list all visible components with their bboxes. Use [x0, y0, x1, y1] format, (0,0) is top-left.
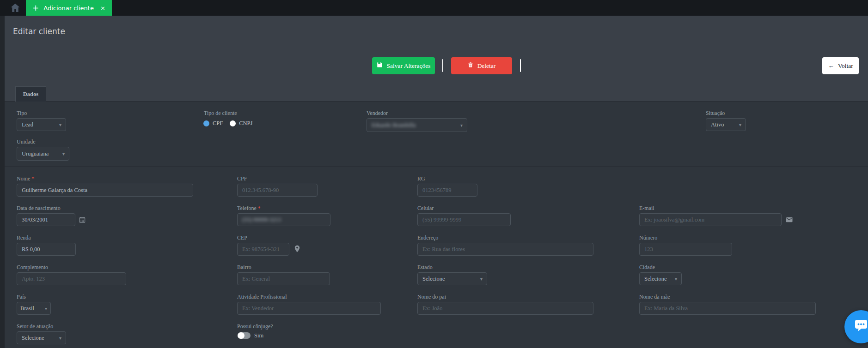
rg-label: RG — [417, 175, 477, 182]
unidade-label: Unidade — [17, 138, 72, 145]
complemento-input[interactable]: Apto. 123 — [17, 272, 126, 285]
tipo-cliente-radio-group: CPF CNPJ — [203, 120, 256, 127]
cpf-label: CPF — [237, 175, 318, 182]
tipo-select[interactable]: Lead ▾ — [17, 118, 66, 131]
top-bar: + Adicionar cliente × — [0, 0, 868, 16]
pais-label: País — [17, 294, 51, 300]
field-rg: RG 0123456789 — [417, 175, 477, 197]
email-input[interactable]: Ex: joaosilva@gmail.com — [639, 213, 782, 226]
field-data-nascimento: Data de nascimento 30/03/2001 — [17, 205, 75, 226]
chevron-down-icon: ▾ — [59, 336, 61, 341]
home-button[interactable] — [10, 3, 21, 13]
bairro-input[interactable]: Ex: General — [237, 272, 330, 285]
estado-value: Selecione — [422, 276, 445, 282]
field-cep: CEP Ex: 987654-321 — [237, 234, 289, 256]
endereco-placeholder: Ex: Rua das flores — [422, 246, 465, 253]
celular-placeholder: (55) 99999-9999 — [422, 216, 461, 223]
field-nome: Nome* Guilherme Galarça da Costa — [17, 175, 193, 197]
radio-cpf-label[interactable]: CPF — [213, 120, 223, 127]
possui-conjuge-label: Possui cônjuge? — [237, 323, 273, 330]
setor-atuacao-select[interactable]: Selecione ▾ — [17, 331, 66, 344]
save-button[interactable]: Salvar Alterações — [372, 57, 435, 74]
save-button-label: Salvar Alterações — [387, 62, 431, 70]
cidade-value: Selecione — [644, 276, 667, 282]
radio-cnpj[interactable] — [230, 120, 236, 126]
nome-do-pai-placeholder: Ex: João — [422, 305, 442, 312]
field-unidade: Unidade Uruguaiana ▾ — [17, 138, 72, 161]
nome-do-pai-label: Nome do pai — [417, 294, 593, 300]
endereco-input[interactable]: Ex: Rua das flores — [417, 243, 593, 256]
renda-label: Renda — [17, 234, 76, 241]
celular-label: Celular — [417, 205, 511, 211]
arrow-left-icon: ← — [828, 62, 834, 70]
delete-button[interactable]: Deletar — [451, 57, 512, 74]
possui-conjuge-toggle[interactable] — [238, 332, 251, 339]
cpf-placeholder: 012.345.678-90 — [242, 187, 279, 194]
rg-input[interactable]: 0123456789 — [417, 184, 477, 197]
renda-input[interactable]: R$ 0,00 — [17, 243, 76, 256]
tab-dados[interactable]: Dados — [15, 86, 46, 102]
map-pin-icon[interactable] — [294, 245, 300, 252]
field-tipo: Tipo Lead ▾ — [17, 110, 67, 131]
chevron-down-icon: ▾ — [62, 151, 65, 156]
pais-value: Brasil — [20, 305, 34, 312]
nome-value: Guilherme Galarça da Costa — [22, 187, 87, 194]
calendar-icon[interactable] — [79, 216, 86, 223]
possui-conjuge-toggle-label: Sim — [254, 332, 263, 339]
delete-button-label: Deletar — [477, 62, 496, 70]
toolbar-separator — [442, 59, 443, 72]
field-setor-atuacao: Setor de atuação Selecione ▾ — [17, 323, 66, 344]
numero-input[interactable]: 123 — [639, 243, 732, 256]
envelope-icon[interactable] — [786, 217, 793, 222]
cep-input[interactable]: Ex: 987654-321 — [237, 243, 289, 256]
chevron-down-icon: ▾ — [675, 276, 677, 282]
cidade-select[interactable]: Selecione ▾ — [639, 272, 682, 285]
app-root: + Adicionar cliente × Editar cliente Sal… — [0, 0, 868, 348]
atividade-profissional-placeholder: Ex: Vendedor — [242, 305, 274, 312]
field-celular: Celular (55) 99999-9999 — [417, 205, 511, 226]
radio-cpf[interactable] — [203, 120, 209, 126]
celular-input[interactable]: (55) 99999-9999 — [417, 213, 511, 226]
data-nascimento-input[interactable]: 30/03/2001 — [17, 213, 75, 226]
nome-input[interactable]: Guilherme Galarça da Costa — [17, 184, 193, 197]
trash-icon — [468, 62, 473, 70]
field-pais: País Brasil ▾ — [17, 294, 51, 315]
setor-atuacao-value: Selecione — [22, 335, 44, 342]
numero-label: Número — [639, 234, 732, 241]
email-label: E-mail — [639, 205, 782, 211]
nome-do-pai-input[interactable]: Ex: João — [417, 302, 593, 315]
cpf-input[interactable]: 012.345.678-90 — [237, 184, 318, 197]
nome-da-mae-placeholder: Ex: Maria da Silva — [644, 305, 688, 312]
close-icon[interactable]: × — [100, 5, 105, 12]
back-button[interactable]: ← Voltar — [822, 57, 859, 74]
pais-select[interactable]: Brasil ▾ — [17, 302, 51, 315]
telefone-input[interactable]: (55) 99999-3213 — [237, 213, 330, 226]
tab-dados-label: Dados — [23, 91, 38, 98]
field-tipo-cliente: Tipo de cliente — [204, 110, 237, 118]
field-vendedor: Vendedor Eduardo Brambilla ▾ — [367, 110, 468, 132]
vendedor-select[interactable]: Eduardo Brambilla ▾ — [367, 118, 467, 132]
bairro-label: Bairro — [237, 264, 330, 270]
cidade-label: Cidade — [639, 264, 682, 270]
tab-adicionar-cliente[interactable]: + Adicionar cliente × — [26, 0, 112, 16]
telefone-value-blurred: (55) 99999-3213 — [242, 216, 281, 223]
atividade-profissional-input[interactable]: Ex: Vendedor — [237, 302, 381, 315]
radio-cnpj-label[interactable]: CNPJ — [239, 120, 252, 127]
field-complemento: Complemento Apto. 123 — [17, 264, 126, 285]
bairro-placeholder: Ex: General — [242, 276, 270, 282]
atividade-profissional-label: Atividade Profissional — [237, 294, 381, 300]
chevron-down-icon: ▾ — [59, 122, 61, 127]
estado-select[interactable]: Selecione ▾ — [417, 272, 487, 285]
home-icon — [10, 6, 20, 15]
vendedor-value-blurred: Eduardo Brambilla — [372, 122, 416, 129]
nome-da-mae-input[interactable]: Ex: Maria da Silva — [639, 302, 816, 315]
estado-label: Estado — [417, 264, 487, 270]
field-email: E-mail Ex: joaosilva@gmail.com — [639, 205, 782, 226]
setor-atuacao-label: Setor de atuação — [17, 323, 66, 330]
field-nome-da-mae: Nome da mãe Ex: Maria da Silva — [639, 294, 816, 315]
toolbar-separator — [520, 59, 521, 72]
field-renda: Renda R$ 0,00 — [17, 234, 76, 256]
situacao-select[interactable]: Ativo ▾ — [706, 118, 746, 131]
chevron-down-icon: ▾ — [45, 306, 47, 311]
unidade-select[interactable]: Uruguaiana ▾ — [17, 147, 69, 161]
